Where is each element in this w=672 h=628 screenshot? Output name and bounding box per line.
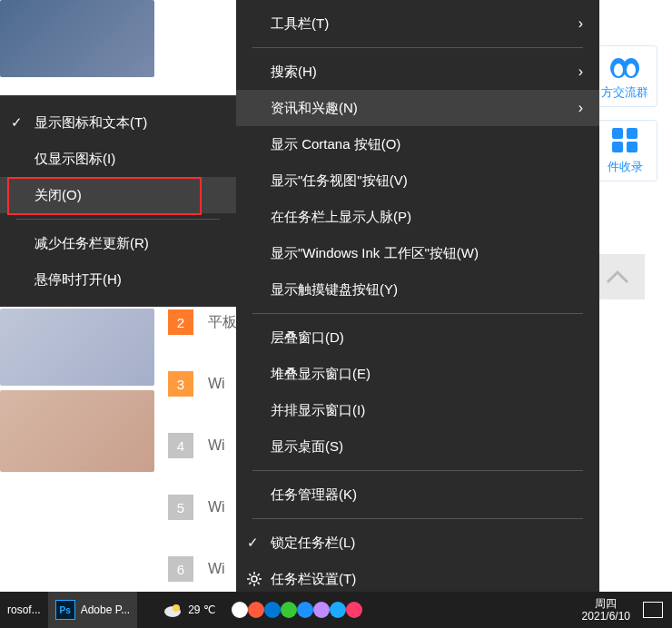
menu-item[interactable]: 堆叠显示窗口(E): [236, 356, 599, 392]
list-item-label: Wi: [208, 376, 225, 392]
menu-item[interactable]: 层叠窗口(D): [236, 319, 599, 356]
chevron-right-icon: ›: [578, 15, 583, 32]
svg-line-16: [258, 574, 260, 575]
tray-icon[interactable]: [297, 602, 313, 618]
menu-item[interactable]: 显示触摸键盘按钮(Y): [236, 271, 599, 308]
svg-point-2: [614, 64, 623, 76]
taskbar-clock[interactable]: 周四 2021/6/10: [582, 597, 637, 623]
menu-item-label: 显示"Windows Ink 工作区"按钮(W): [271, 245, 479, 262]
svg-point-3: [627, 64, 636, 76]
menu-item[interactable]: 工具栏(T)›: [236, 5, 599, 42]
menu-item-label: 显示触摸键盘按钮(Y): [271, 281, 398, 299]
gear-icon: [247, 572, 262, 586]
apps-icon: [610, 126, 639, 153]
menu-item-label: 悬停时打开(H): [35, 271, 122, 289]
side-panel: 方交流群 件收录: [588, 45, 661, 182]
rank-badge: 2: [168, 309, 193, 335]
list-item-label: Wi: [208, 499, 225, 515]
menu-separator: [252, 518, 583, 519]
taskbar[interactable]: rosof... Ps Adobe P... 29 ℃ 周四 2021/6/10: [0, 592, 672, 628]
clock-day: 周四: [582, 597, 630, 610]
svg-line-13: [249, 574, 251, 575]
chevron-right-icon: ›: [578, 64, 583, 80]
group-label: 方交流群: [601, 84, 648, 101]
clock-date: 2021/6/10: [582, 610, 630, 623]
list-item[interactable]: 3Wi: [168, 366, 225, 402]
menu-item-label: 任务管理器(K): [271, 486, 357, 504]
menu-item[interactable]: 悬停时打开(H): [0, 261, 236, 298]
menu-item-label: 并排显示窗口(I): [271, 402, 365, 419]
list-item-label: 平板: [208, 313, 237, 332]
tray-icon[interactable]: [346, 602, 362, 618]
menu-item[interactable]: 并排显示窗口(I): [236, 392, 599, 428]
collect-card[interactable]: 件收录: [592, 120, 657, 182]
group-card[interactable]: 方交流群: [592, 45, 657, 107]
menu-item-label: 在任务栏上显示人脉(P): [271, 209, 411, 226]
menu-item[interactable]: 仅显示图标(I): [0, 141, 236, 177]
tray-icon[interactable]: [330, 602, 346, 618]
menu-item-label: 层叠窗口(D): [271, 329, 344, 347]
svg-rect-7: [627, 142, 637, 152]
menu-item-label: 仅显示图标(I): [35, 151, 115, 168]
menu-item[interactable]: 在任务栏上显示人脉(P): [236, 199, 599, 235]
tray-icon[interactable]: [281, 602, 297, 618]
list-item-label: Wi: [208, 437, 225, 454]
tray-icon[interactable]: [248, 602, 264, 618]
rank-badge: 6: [168, 556, 193, 582]
chevron-right-icon: ›: [578, 100, 583, 116]
collect-label: 件收录: [608, 159, 643, 175]
list-item[interactable]: 2平板: [168, 304, 237, 340]
menu-item[interactable]: 显示"Windows Ink 工作区"按钮(W): [236, 235, 599, 271]
photoshop-icon: Ps: [55, 600, 75, 620]
menu-item-label: 关闭(O): [35, 187, 82, 204]
thumbnail: [0, 309, 154, 386]
svg-rect-6: [612, 142, 623, 152]
app-label: Adobe P...: [81, 603, 131, 616]
menu-item-label: 显示图标和文本(T): [35, 114, 147, 132]
menu-item[interactable]: ✓锁定任务栏(L): [236, 525, 599, 561]
menu-separator: [252, 313, 583, 314]
notifications-icon[interactable]: [643, 602, 663, 618]
temperature-label: 29 ℃: [188, 603, 215, 616]
list-item-label: Wi: [208, 561, 225, 577]
menu-item[interactable]: 任务管理器(K): [236, 476, 599, 513]
svg-rect-4: [612, 128, 623, 139]
tray-icon[interactable]: [264, 602, 281, 618]
menu-item[interactable]: 显示 Cortana 按钮(O): [236, 126, 599, 162]
taskbar-context-menu: 工具栏(T)›搜索(H)›资讯和兴趣(N)›显示 Cortana 按钮(O)显示…: [236, 0, 599, 603]
taskbar-app-photoshop[interactable]: Ps Adobe P...: [48, 592, 138, 628]
list-item[interactable]: 5Wi: [168, 489, 225, 525]
weather-icon: [163, 602, 183, 618]
rank-badge: 4: [168, 433, 193, 458]
menu-item-label: 显示"任务视图"按钮(V): [271, 172, 408, 190]
app-label: rosof...: [7, 603, 41, 616]
tray-icon[interactable]: [313, 602, 330, 618]
tray-icon[interactable]: [232, 602, 248, 618]
weather-widget[interactable]: 29 ℃: [155, 592, 222, 628]
svg-line-15: [249, 583, 251, 584]
svg-point-8: [252, 576, 257, 582]
rank-badge: 5: [168, 495, 193, 520]
menu-item-label: 资讯和兴趣(N): [271, 100, 358, 117]
menu-item[interactable]: 显示桌面(S): [236, 428, 599, 465]
menu-item-label: 堆叠显示窗口(E): [271, 366, 371, 383]
list-item[interactable]: 6Wi: [168, 551, 225, 587]
menu-item-label: 搜索(H): [271, 64, 317, 81]
news-interests-submenu: ✓显示图标和文本(T)仅显示图标(I)关闭(O)减少任务栏更新(R)悬停时打开(…: [0, 95, 236, 307]
menu-separator: [252, 470, 583, 471]
list-item[interactable]: 4Wi: [168, 427, 225, 464]
menu-item[interactable]: ✓显示图标和文本(T): [0, 104, 236, 141]
taskbar-app-truncated[interactable]: rosof...: [0, 592, 48, 628]
menu-item[interactable]: 显示"任务视图"按钮(V): [236, 162, 599, 199]
menu-item[interactable]: 搜索(H)›: [236, 54, 599, 90]
menu-item[interactable]: 关闭(O): [0, 177, 236, 213]
thumbnail: [0, 390, 154, 472]
check-icon: ✓: [11, 114, 23, 131]
page-background: 2平板3Wi4Wi5Wi6Wi 方交流群 件收录 ✓显示图标和文本(T)仅显示图…: [0, 0, 672, 628]
penguin-icon: [608, 52, 642, 79]
svg-line-14: [258, 583, 260, 584]
menu-item[interactable]: 减少任务栏更新(R): [0, 225, 236, 261]
menu-separator: [252, 47, 583, 48]
menu-item[interactable]: 资讯和兴趣(N)›: [236, 90, 599, 126]
rank-badge: 3: [168, 371, 193, 397]
